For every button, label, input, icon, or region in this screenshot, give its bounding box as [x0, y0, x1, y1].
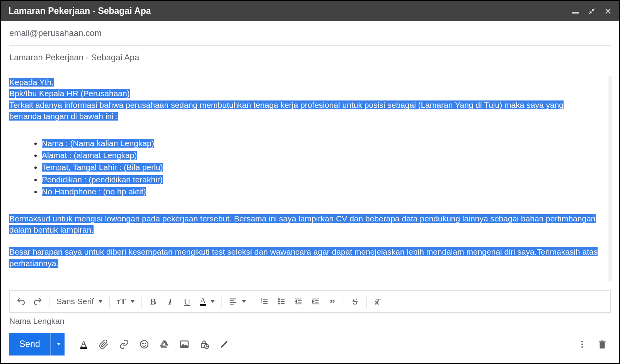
- numbered-list-button[interactable]: 123: [256, 293, 273, 310]
- text-color-icon: A: [200, 297, 206, 306]
- scrollbar[interactable]: [608, 77, 612, 281]
- text-color-button[interactable]: A: [196, 293, 218, 310]
- send-button[interactable]: Send: [9, 333, 50, 355]
- confidential-mode-button[interactable]: [196, 336, 213, 353]
- align-left-icon: [229, 297, 237, 306]
- strikethrough-button[interactable]: S: [347, 293, 363, 310]
- formatting-options-button[interactable]: A: [75, 336, 92, 353]
- more-options-button[interactable]: [574, 336, 591, 353]
- svg-point-8: [145, 343, 146, 344]
- chevron-down-icon: [211, 300, 215, 303]
- window-title: Lamaran Pekerjaan - Sebagai Apa: [9, 6, 151, 16]
- clipped-body-text: Nama Lengkan: [1, 316, 619, 327]
- close-button[interactable]: [605, 8, 611, 15]
- message-body[interactable]: Kepada Yth, Bpk/Ibu Kepala HR (Perusahaa…: [1, 70, 619, 290]
- send-options-button[interactable]: [50, 333, 65, 355]
- svg-point-4: [278, 301, 279, 302]
- chevron-down-icon: [242, 300, 246, 303]
- exit-fullscreen-button[interactable]: [588, 8, 595, 15]
- list-item: Pendidikan : (pendidikan terakhir): [42, 174, 608, 185]
- quote-icon: ”: [330, 301, 335, 305]
- align-button[interactable]: [225, 293, 250, 310]
- divider: [141, 295, 142, 308]
- font-size-button[interactable]: TT: [113, 293, 138, 310]
- chevron-down-icon: [99, 300, 102, 303]
- ul-icon: [277, 297, 286, 306]
- subject-field[interactable]: Lamaran Pekerjaan - Sebagai Apa: [9, 46, 611, 70]
- list-item: Tempat, Tangal Lahir : (Bila perlu): [42, 162, 608, 173]
- svg-point-15: [581, 346, 583, 348]
- emoji-icon: [139, 339, 149, 349]
- body-text: Bpk/Ibu Kepala HR (Perusahaan): [9, 89, 130, 98]
- collapse-icon: [588, 8, 595, 15]
- svg-point-14: [581, 344, 583, 345]
- indent-more-icon: [311, 297, 320, 306]
- bottom-toolbar: Send A: [1, 327, 619, 363]
- font-family-select[interactable]: Sans Serif: [53, 293, 106, 310]
- chevron-down-icon: [57, 343, 61, 345]
- body-content[interactable]: Kepada Yth, Bpk/Ibu Kepala HR (Perusahaa…: [9, 77, 608, 290]
- discard-draft-button[interactable]: [594, 336, 611, 353]
- image-icon: [179, 339, 189, 349]
- header-fields: email@perusahaan.com Lamaran Pekerjaan -…: [1, 21, 619, 70]
- ol-icon: 123: [260, 297, 269, 306]
- strike-icon: S: [353, 296, 358, 307]
- chevron-down-icon: [131, 300, 135, 303]
- insert-drive-button[interactable]: [156, 336, 173, 353]
- attach-file-button[interactable]: [95, 336, 112, 353]
- undo-icon: [16, 297, 26, 306]
- divider: [221, 295, 222, 308]
- divider: [253, 295, 253, 308]
- insert-photo-button[interactable]: [176, 336, 193, 353]
- indent-less-button[interactable]: [290, 293, 307, 310]
- send-group: Send: [9, 333, 65, 355]
- link-icon: [119, 339, 129, 349]
- body-text: Terkait adanya informasi bahwa perusahaa…: [9, 100, 564, 109]
- remove-formatting-button[interactable]: [370, 293, 386, 310]
- redo-icon: [33, 297, 43, 306]
- bold-icon: B: [150, 296, 156, 307]
- formatting-toolbar: Sans Serif TT B I U A 123: [9, 290, 611, 313]
- body-text: Kepada Yth,: [9, 78, 54, 87]
- italic-icon: I: [168, 296, 172, 307]
- svg-point-7: [142, 343, 143, 344]
- divider: [344, 295, 344, 308]
- svg-point-6: [140, 340, 148, 348]
- kebab-icon: [577, 340, 587, 349]
- svg-text:3: 3: [261, 302, 262, 304]
- underline-button[interactable]: U: [179, 293, 195, 310]
- list-item: No Handphone : (no hp aktif): [42, 186, 608, 197]
- insert-signature-button[interactable]: [216, 336, 233, 353]
- italic-button[interactable]: I: [162, 293, 178, 310]
- svg-point-5: [278, 303, 279, 304]
- close-icon: [605, 8, 611, 15]
- quote-button[interactable]: ”: [324, 293, 341, 310]
- body-list: Nama : (Nama kalian Lengkap) Alamat : (a…: [42, 138, 608, 197]
- bold-button[interactable]: B: [145, 293, 161, 310]
- svg-point-13: [581, 341, 583, 342]
- to-field[interactable]: email@perusahaan.com: [9, 21, 611, 46]
- body-text: bertanda tangan di bawah ini :: [9, 112, 118, 121]
- font-family-label: Sans Serif: [56, 297, 94, 306]
- indent-less-icon: [294, 297, 303, 306]
- paperclip-icon: [99, 339, 109, 349]
- window-titlebar: Lamaran Pekerjaan - Sebagai Apa: [1, 1, 619, 21]
- divider: [109, 295, 110, 308]
- window-controls: [572, 7, 611, 15]
- lock-clock-icon: [199, 339, 210, 349]
- body-text: Bermaksud untuk mengisi lowongan pada pe…: [9, 214, 596, 234]
- bulleted-list-button[interactable]: [273, 293, 290, 310]
- insert-link-button[interactable]: [116, 336, 133, 353]
- undo-button[interactable]: [13, 293, 29, 310]
- minimize-button[interactable]: [572, 7, 579, 15]
- list-item: Nama : (Nama kalian Lengkap): [42, 138, 608, 149]
- clear-format-icon: [373, 297, 383, 306]
- underline-icon: U: [184, 296, 190, 307]
- indent-more-button[interactable]: [307, 293, 324, 310]
- compose-window: Lamaran Pekerjaan - Sebagai Apa email@pe…: [0, 0, 620, 364]
- redo-button[interactable]: [30, 293, 46, 310]
- font-size-icon: TT: [117, 296, 126, 306]
- insert-emoji-button[interactable]: [136, 336, 153, 353]
- pen-icon: [220, 340, 229, 349]
- drive-icon: [159, 339, 169, 349]
